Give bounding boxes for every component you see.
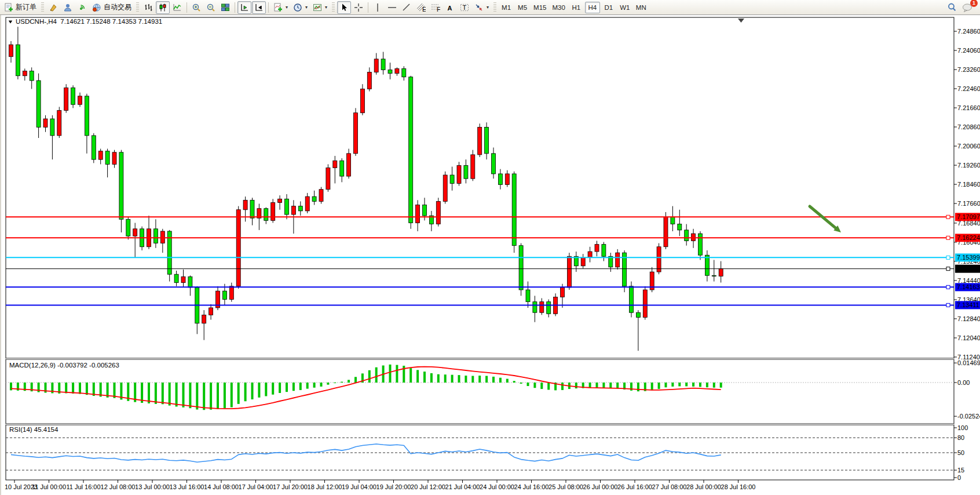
cursor-icon <box>339 3 349 12</box>
new-order-icon <box>4 3 13 12</box>
svg-text:E: E <box>422 6 426 12</box>
candle <box>23 71 27 75</box>
add-indicator-button[interactable]: ▾ <box>271 1 290 14</box>
candle <box>326 168 330 190</box>
auto-scroll-button[interactable] <box>252 1 266 14</box>
new-order-button[interactable]: 新订单 <box>2 1 39 14</box>
price-tick-label: 7.14440 <box>957 277 980 284</box>
zoom-out-button[interactable] <box>204 1 218 14</box>
timeframe-button-m30[interactable]: M30 <box>550 2 567 13</box>
autotrading-button[interactable]: 自动交易 <box>90 1 134 14</box>
time-axis-label: 21 Jul 04:00 <box>445 483 480 490</box>
candle <box>98 151 103 159</box>
macd-histogram-bar <box>499 378 502 383</box>
tile-windows-button[interactable] <box>218 1 232 14</box>
macd-histogram-bar <box>437 374 440 383</box>
rsi-axis-label: 50 <box>957 449 964 456</box>
macd-histogram-bar <box>182 383 185 407</box>
time-axis-label: 14 Jul 08:00 <box>204 483 239 490</box>
candle <box>305 196 309 211</box>
timeframe-button-h4[interactable]: H4 <box>585 2 600 13</box>
candle <box>712 275 716 276</box>
macd-histogram-bar <box>244 383 247 401</box>
horizontal-line-button[interactable] <box>385 1 399 14</box>
one-click-trading-toggle-icon[interactable] <box>9 21 12 24</box>
macd-histogram-bar <box>217 383 219 409</box>
timeframe-button-d1[interactable]: D1 <box>601 2 616 13</box>
candle <box>436 201 440 224</box>
candle <box>588 252 592 257</box>
templates-button[interactable]: ▾ <box>310 1 330 14</box>
fibonacci-button[interactable]: F <box>429 1 443 14</box>
bar-chart-button[interactable] <box>141 1 155 14</box>
trendline-button[interactable] <box>400 1 414 14</box>
community-button[interactable] <box>61 1 75 14</box>
candle <box>450 175 454 183</box>
candle <box>174 274 178 282</box>
candle <box>602 245 606 257</box>
line-handle[interactable] <box>946 236 950 239</box>
chart-shift-button[interactable] <box>237 1 251 14</box>
candle <box>636 312 640 317</box>
timeframe-button-w1[interactable]: W1 <box>617 2 632 13</box>
notifications-button[interactable]: 1 <box>960 1 975 14</box>
candlestick-chart-button[interactable] <box>156 1 170 14</box>
timeframe-button-m15[interactable]: M15 <box>531 2 548 13</box>
candle <box>9 45 13 57</box>
time-axis-label: 13 Jul 00:00 <box>135 483 170 490</box>
svg-text:T: T <box>463 4 467 11</box>
candle <box>505 174 509 185</box>
crosshair-button[interactable] <box>352 1 365 14</box>
autotrading-icon <box>92 3 101 12</box>
candle <box>271 202 275 220</box>
timeframe-button-h1[interactable]: H1 <box>569 2 584 13</box>
toolbar: 新订单 自动交易 <box>0 0 980 15</box>
line-handle[interactable] <box>946 256 950 259</box>
line-handle[interactable] <box>946 267 950 271</box>
candle <box>78 96 82 104</box>
timeframe-button-m5[interactable]: M5 <box>515 2 530 13</box>
toolbar-grip <box>41 2 44 13</box>
arrows-button[interactable]: ▾ <box>472 1 491 14</box>
line-handle[interactable] <box>946 215 950 219</box>
macd-histogram-bar <box>513 381 515 383</box>
candle <box>492 154 496 174</box>
line-handle[interactable] <box>946 303 950 307</box>
macd-histogram-bar <box>162 383 164 404</box>
macd-histogram-bar <box>520 383 522 384</box>
macd-histogram-bar <box>409 368 412 383</box>
candle <box>581 257 585 265</box>
vertical-line-button[interactable] <box>371 1 385 14</box>
search-button[interactable] <box>945 1 959 14</box>
macd-histogram-bar <box>175 383 178 406</box>
text-button[interactable]: A <box>443 1 457 14</box>
candle <box>409 77 413 223</box>
periods-button[interactable]: ▾ <box>291 1 310 14</box>
candle <box>402 68 406 77</box>
line-handle[interactable] <box>946 285 950 289</box>
candle <box>222 291 226 299</box>
zoom-in-button[interactable] <box>189 1 203 14</box>
price-tick-label: 7.17660 <box>957 200 980 207</box>
timeframe-button-m1[interactable]: M1 <box>499 2 514 13</box>
signals-button[interactable] <box>75 1 89 14</box>
rsi-axis-label: 80 <box>957 434 964 441</box>
time-axis-label: 27 Jul 08:00 <box>652 483 687 490</box>
candle <box>160 231 164 243</box>
candle <box>30 71 34 81</box>
rsi-axis-label: 0 <box>957 474 961 481</box>
candle <box>719 269 723 276</box>
macd-histogram-bar <box>471 376 474 383</box>
chart-can`vas[interactable]: 7.248607.240607.232607.224607.216607.208… <box>1 15 980 495</box>
cursor-button[interactable] <box>337 1 351 14</box>
timeframe-button-mn[interactable]: MN <box>634 2 649 13</box>
text-label-button[interactable]: T <box>458 1 471 14</box>
chart-title: USDCNH-,H4 7.14621 7.15248 7.14353 7.149… <box>8 18 162 25</box>
zoom-out-icon <box>206 3 215 12</box>
toolbar-grip <box>136 2 139 13</box>
time-axis-label: 18 Jul 12:00 <box>308 483 342 490</box>
equidistant-channel-button[interactable]: E <box>414 1 428 14</box>
metaeditor-button[interactable] <box>46 1 60 14</box>
line-chart-button[interactable] <box>170 1 184 14</box>
candle <box>126 219 130 236</box>
